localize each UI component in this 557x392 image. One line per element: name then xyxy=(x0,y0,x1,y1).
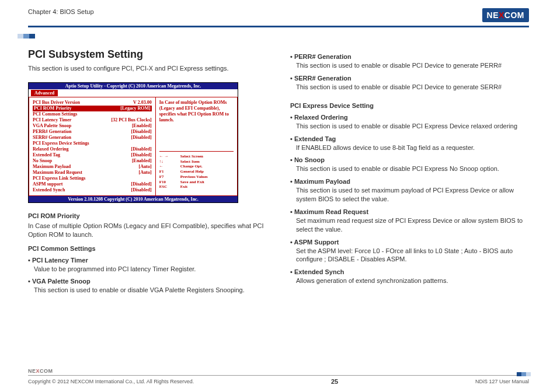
footer-divider xyxy=(28,375,529,376)
max-read-head: Maximum Read Request xyxy=(290,208,529,215)
bios-footer: Version 2.10.1208 Copyright (C) 2010 Ame… xyxy=(29,196,238,202)
rom-priority-desc: In Case of multiple Option ROMs (Legacy … xyxy=(28,222,267,239)
bios-settings-panel: PCI Bus Driver VersionV 2.03.00PCI ROM P… xyxy=(29,97,156,196)
bios-help-row: ← →Select Screen xyxy=(159,154,234,159)
extended-tag-head: Extended Tag xyxy=(290,135,529,142)
brand-logo: NEXCOM xyxy=(482,8,529,22)
page-number: 25 xyxy=(331,378,338,385)
bios-row: ASPM support[Disabled] xyxy=(33,181,152,187)
bios-help-row: ←Change Opt. xyxy=(159,164,234,169)
no-snoop-desc: This section is used to enable or disabl… xyxy=(296,164,529,173)
bios-row: Extended Tag[Disabled] xyxy=(33,152,152,158)
bios-help-row: ESCExit xyxy=(159,184,234,190)
bios-row: Maximum Read Request[Auto] xyxy=(33,170,152,176)
bios-row: Extended Synch[Disabled] xyxy=(33,187,152,193)
bios-titlebar: Aptio Setup Utility - Copyright (C) 2010… xyxy=(29,83,238,89)
latency-timer-head: PCI Latency Timer xyxy=(28,257,267,264)
chapter-label: Chapter 4: BIOS Setup xyxy=(28,8,94,15)
copyright-text: Copyright © 2012 NEXCOM International Co… xyxy=(28,379,194,384)
bios-row: VGA Palette Snoop[Enabled] xyxy=(33,123,152,129)
serr-desc: This section is used to enable or disabl… xyxy=(296,83,529,92)
bios-row: PCI ROM Priority[Legacy ROM] xyxy=(33,106,152,111)
bios-tab-advanced: Advanced xyxy=(31,90,58,96)
rom-priority-head: PCI ROM Priority xyxy=(28,212,267,219)
common-settings-head: PCI Common Settings xyxy=(28,245,267,252)
bios-row: No Snoop[Enabled] xyxy=(33,158,152,164)
bios-help-row: F7Previous Values xyxy=(159,174,234,180)
extended-tag-desc: If ENABLED allows device to use 8-bit Ta… xyxy=(296,144,529,152)
aspm-desc: Set the ASPM level: Force L0 - FOrce all… xyxy=(296,247,529,264)
max-payload-head: Maximum Payload xyxy=(290,178,529,185)
max-payload-desc: This section is used to set maximum payl… xyxy=(296,186,529,204)
ext-synch-desc: Allows generation of extend synchronizat… xyxy=(296,276,529,285)
bios-row: PCI Express Device Settings xyxy=(33,141,152,146)
latency-timer-desc: Value to be programmed into PCI latency … xyxy=(34,265,267,274)
no-snoop-head: No Snoop xyxy=(290,156,529,163)
bios-screenshot: Aptio Setup Utility - Copyright (C) 2010… xyxy=(28,82,238,203)
bios-row: PCI Common Settings xyxy=(33,111,152,117)
bios-help-row: ↑↓Select Item xyxy=(159,159,234,164)
bios-row: PERR# Generation[Disabled] xyxy=(33,129,152,135)
bios-row: PCI Latency Timer[32 PCI Bus Clocks] xyxy=(33,117,152,123)
perr-desc: This section is used to enable or disabl… xyxy=(296,61,529,70)
bios-tip: In Case of multiple Option ROMs (Legacy … xyxy=(159,100,234,123)
footer-logo: NEXCOM xyxy=(28,368,529,374)
bios-row: Maximum Payload[Auto] xyxy=(33,164,152,170)
vga-snoop-desc: This section is used to enable or disabl… xyxy=(34,286,267,295)
bios-help-panel: In Case of multiple Option ROMs (Legacy … xyxy=(156,97,238,196)
max-read-desc: Set maximum read request size of PCI Exp… xyxy=(296,216,529,234)
pcie-device-head: PCI Express Device Setting xyxy=(290,102,529,109)
header-divider xyxy=(28,26,529,27)
perr-head: PERR# Generation xyxy=(290,53,529,60)
bios-row: PCI Bus Driver VersionV 2.03.00 xyxy=(33,100,152,106)
ext-synch-head: Extended Synch xyxy=(290,268,529,275)
bios-row: Relaxed Ordering[Disabled] xyxy=(33,146,152,152)
bios-help-row: F10Save and Exit xyxy=(159,180,234,185)
bios-row: PCI Express Link Settings xyxy=(33,176,152,181)
page-title: PCI Subsystem Setting xyxy=(28,48,267,61)
serr-head: SERR# Generation xyxy=(290,75,529,82)
manual-name: NDiS 127 User Manual xyxy=(475,379,529,384)
bios-row: SERR# Generation[Disabled] xyxy=(33,135,152,141)
intro-text: This section is used to configure PCI, P… xyxy=(28,64,267,73)
bios-help-row: F1General Help xyxy=(159,169,234,174)
relaxed-ordering-desc: This section is used to enable or disabl… xyxy=(296,122,529,131)
vga-snoop-head: VGA Palette Snoop xyxy=(28,278,267,285)
aspm-head: ASPM Support xyxy=(290,239,529,246)
relaxed-ordering-head: Relaxed Ordering xyxy=(290,114,529,121)
